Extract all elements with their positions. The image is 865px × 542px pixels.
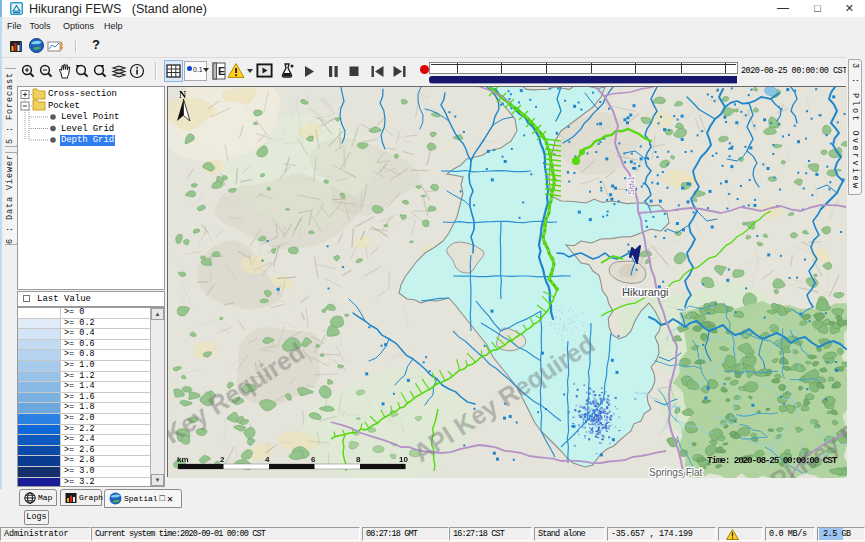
svg-text:SH 1: SH 1 — [626, 176, 636, 195]
svg-text:Hikurangi: Hikurangi — [622, 286, 668, 298]
svg-text:Time: 2020-08-25 00:00:00 CST: Time: 2020-08-25 00:00:00 CST — [707, 455, 838, 466]
svg-text:N: N — [179, 89, 187, 100]
svg-text:2: 2 — [220, 455, 225, 464]
svg-text:10: 10 — [399, 455, 408, 464]
svg-text:Springs Flat: Springs Flat — [649, 467, 703, 478]
svg-text:E: E — [218, 65, 225, 77]
svg-text:km: km — [177, 455, 189, 464]
svg-text:4: 4 — [265, 455, 270, 464]
svg-text:6: 6 — [311, 455, 316, 464]
svg-text:8: 8 — [356, 455, 361, 464]
